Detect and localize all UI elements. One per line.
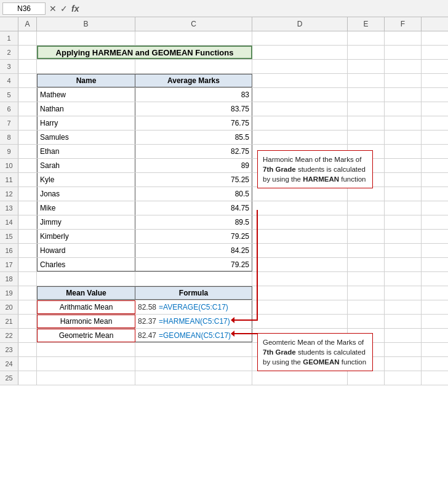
row-13: 13 Mike 84.75 [0, 201, 448, 215]
cell-d3[interactable] [252, 60, 348, 73]
cell-a2[interactable] [18, 46, 37, 59]
cell-b16[interactable]: Howard [37, 244, 135, 257]
cell-e1[interactable] [348, 31, 385, 45]
cell-e3[interactable] [348, 60, 385, 73]
cell-c17[interactable]: 79.25 [135, 258, 252, 271]
row-num-9: 9 [0, 145, 18, 158]
col-header-b[interactable]: B [37, 17, 135, 31]
row-num-16: 16 [0, 244, 18, 257]
cell-e4[interactable] [348, 74, 385, 87]
col-header-c[interactable]: C [135, 17, 252, 31]
cell-c13[interactable]: 84.75 [135, 201, 252, 215]
formula-input[interactable] [82, 2, 446, 14]
cell-c11[interactable]: 75.25 [135, 173, 252, 187]
row-num-11: 11 [0, 173, 18, 187]
col-header-f[interactable]: F [385, 17, 422, 31]
row-num-14: 14 [0, 215, 18, 229]
cell-f1[interactable] [385, 31, 422, 45]
cell-c7[interactable]: 76.75 [135, 116, 252, 130]
cell-c8[interactable]: 85.5 [135, 131, 252, 144]
geometric-mean-label[interactable]: Geometric Mean [37, 329, 135, 342]
row-num-5: 5 [0, 88, 18, 102]
row-num-4: 4 [0, 74, 18, 87]
geometric-mean-annotation: Geomteric Mean of the Marks of 7th Grade… [257, 333, 373, 371]
row-num-1: 1 [0, 31, 18, 45]
cell-b1[interactable] [37, 31, 135, 45]
annotation1-text: Harmonic Mean of the Marks of 7th Grade … [263, 156, 366, 183]
row-21: 21 Harmonic Mean 82.37 =HARMEAN(C5:C17) [0, 315, 448, 329]
cell-b6[interactable]: Nathan [37, 102, 135, 116]
cell-d4[interactable] [252, 74, 348, 87]
name-box[interactable] [2, 2, 46, 15]
cancel-icon[interactable]: ✕ [48, 4, 58, 14]
cell-b3[interactable] [37, 60, 135, 73]
cell-c12[interactable]: 80.5 [135, 187, 252, 201]
cell-d1[interactable] [252, 31, 348, 45]
row-24: 24 exceldemy EXCEL · DATA · BI [0, 357, 448, 371]
col-header-d[interactable]: D [252, 17, 348, 31]
cell-b7[interactable]: Harry [37, 116, 135, 130]
cell-b9[interactable]: Ethan [37, 145, 135, 158]
cell-c3[interactable] [135, 60, 252, 73]
row-num-18: 18 [0, 272, 18, 286]
grid-wrapper: 1 2 Applying HARMEAN and GEOMEAN Functio… [0, 31, 448, 385]
cell-c9[interactable]: 82.75 [135, 145, 252, 158]
cell-b13[interactable]: Mike [37, 201, 135, 215]
mean-value-header[interactable]: Mean Value [37, 286, 135, 300]
harmonic-mean-value-cell[interactable]: 82.37 =HARMEAN(C5:C17) [135, 315, 252, 328]
cell-b12[interactable]: Jonas [37, 187, 135, 201]
cell-c15[interactable]: 79.25 [135, 230, 252, 243]
harmonic-mean-annotation: Harmonic Mean of the Marks of 7th Grade … [257, 150, 373, 188]
row-1: 1 [0, 31, 448, 46]
cell-e2[interactable] [348, 46, 385, 59]
row-20: 20 Arithmatic Mean 82.58 =AVERAGE(C5:C17… [0, 300, 448, 315]
row-num-13: 13 [0, 201, 18, 215]
cell-marks-header[interactable]: Average Marks [135, 74, 252, 87]
corner-header [0, 17, 18, 31]
arrow-harmonic [234, 319, 257, 321]
cell-d2[interactable] [252, 46, 348, 59]
harmonic-mean-label[interactable]: Harmonic Mean [37, 315, 135, 328]
cell-c1[interactable] [135, 31, 252, 45]
cell-a1[interactable] [18, 31, 37, 45]
cell-f4[interactable] [385, 74, 422, 87]
row-num-3: 3 [0, 60, 18, 73]
annotation2-text: Geomteric Mean of the Marks of 7th Grade… [263, 339, 366, 366]
formula-bar: ✕ ✓ fx [0, 0, 448, 17]
cell-b15[interactable]: Kimberly [37, 230, 135, 243]
cell-c5[interactable]: 83 [135, 88, 252, 102]
cell-b10[interactable]: Sarah [37, 159, 135, 172]
col-header-a[interactable]: A [18, 17, 37, 31]
row-5: 5 Mathew 83 [0, 88, 448, 102]
cell-f3[interactable] [385, 60, 422, 73]
geometric-mean-value-cell[interactable]: 82.47 =GEOMEAN(C5:C17) [135, 329, 252, 342]
cell-a3[interactable] [18, 60, 37, 73]
row-16: 16 Howard 84.25 [0, 244, 448, 258]
fx-icon[interactable]: fx [70, 4, 80, 14]
cell-b5[interactable]: Mathew [37, 88, 135, 102]
row-num-22: 22 [0, 329, 18, 342]
cell-c10[interactable]: 89 [135, 159, 252, 172]
row-num-6: 6 [0, 102, 18, 116]
cell-name-header[interactable]: Name [37, 74, 135, 87]
column-headers: A B C D E F [0, 17, 448, 31]
cell-c16[interactable]: 84.25 [135, 244, 252, 257]
row-19: 19 Mean Value Formula [0, 286, 448, 300]
cell-b11[interactable]: Kyle [37, 173, 135, 187]
cell-title[interactable]: Applying HARMEAN and GEOMEAN Functions [37, 46, 252, 59]
cell-c14[interactable]: 89.5 [135, 215, 252, 229]
row-23: 23 [0, 343, 448, 357]
col-header-e[interactable]: E [348, 17, 385, 31]
cell-b8[interactable]: Samules [37, 131, 135, 144]
formula-header[interactable]: Formula [135, 286, 252, 300]
cell-c6[interactable]: 83.75 [135, 102, 252, 116]
arithmetic-mean-value-cell[interactable]: 82.58 =AVERAGE(C5:C17) [135, 300, 252, 314]
confirm-icon[interactable]: ✓ [59, 4, 69, 14]
cell-a4[interactable] [18, 74, 37, 87]
row-8: 8 Samules 85.5 [0, 131, 448, 145]
cell-b14[interactable]: Jimmy [37, 215, 135, 229]
row-num-7: 7 [0, 116, 18, 130]
cell-f2[interactable] [385, 46, 422, 59]
cell-b17[interactable]: Charles [37, 258, 135, 271]
arithmetic-mean-label[interactable]: Arithmatic Mean [37, 300, 135, 314]
